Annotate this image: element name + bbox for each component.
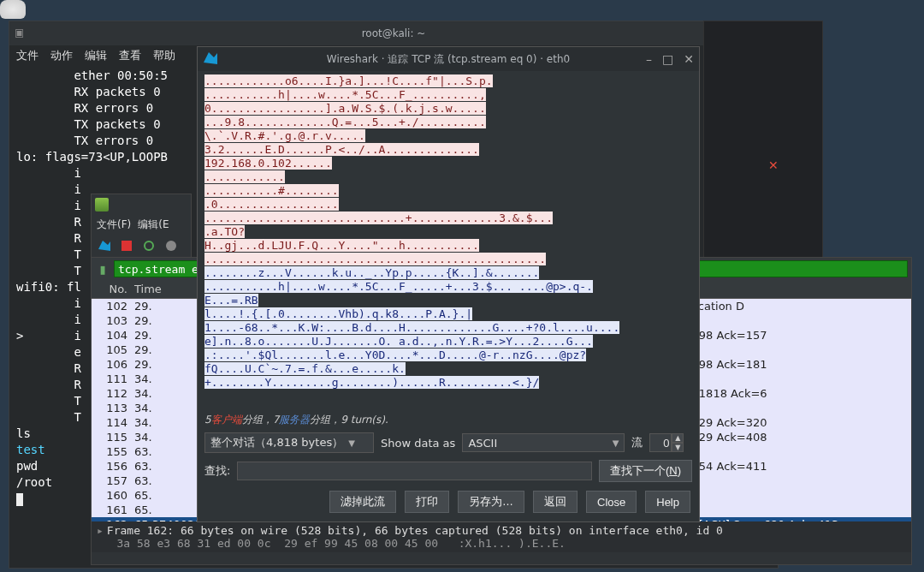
save-as-button[interactable]: 另存为… (458, 491, 524, 513)
find-next-button[interactable]: 查找下一个(N) (599, 460, 692, 482)
minimize-button[interactable]: – (646, 52, 652, 66)
terminal-titlebar: ▣ root@kali: ~ – □ ✕ (9, 21, 778, 45)
svg-point-2 (166, 241, 176, 251)
show-as-value: ASCII (468, 437, 497, 450)
editor-menubar: 文件(F) 编辑(E (92, 215, 191, 234)
stream-status: 5客户端分组，7服务器分组，9 turn(s). (198, 411, 699, 429)
editor-toolbar (92, 234, 191, 258)
follow-stream-dialog: Wireshark · 追踪 TCP 流 (tcp.stream eq 0) ·… (197, 46, 700, 522)
print-button[interactable]: 打印 (405, 491, 449, 513)
trash-icon[interactable] (0, 0, 26, 19)
menu-view[interactable]: 查看 (119, 48, 141, 63)
find-label: 查找: (204, 463, 230, 479)
spin-up-icon[interactable]: ▲ (672, 433, 684, 443)
editor-window: 文件(F) 编辑(E (91, 194, 192, 264)
editor-menu-edit[interactable]: 编辑(E (138, 217, 169, 232)
close-button[interactable]: Close (586, 491, 637, 513)
help-button[interactable]: Help (645, 491, 690, 513)
follow-window-controls: – □ ✕ (646, 52, 694, 66)
menu-edit[interactable]: 编辑 (85, 48, 107, 63)
conversation-label: 整个对话（4,818 bytes） (210, 435, 343, 450)
follow-titlebar: Wireshark · 追踪 TCP 流 (tcp.stream eq 0) ·… (198, 47, 699, 71)
wireshark-icon (203, 51, 218, 66)
col-no[interactable]: No. (92, 282, 131, 296)
editor-menu-file[interactable]: 文件(F) (97, 217, 131, 232)
maximize-button[interactable]: □ (662, 52, 673, 66)
stream-controls-row: 整个对话（4,818 bytes） ▼ Show data as ASCII ▼… (198, 429, 699, 456)
shark-icon[interactable] (95, 236, 114, 255)
menu-help[interactable]: 帮助 (153, 48, 175, 63)
svg-rect-0 (121, 241, 132, 251)
find-row: 查找: 查找下一个(N) (198, 456, 699, 486)
find-input[interactable] (237, 462, 592, 480)
follow-title: Wireshark · 追踪 TCP 流 (tcp.stream eq 0) ·… (327, 52, 570, 67)
svg-point-1 (145, 241, 153, 250)
chevron-down-icon: ▼ (348, 438, 355, 448)
editor-icon (95, 198, 109, 212)
stream-no-label: 流 (631, 435, 643, 450)
restart-icon[interactable] (139, 236, 158, 255)
menu-file[interactable]: 文件 (16, 48, 38, 63)
show-as-label: Show data as (381, 437, 455, 450)
conversation-select[interactable]: 整个对话（4,818 bytes） ▼ (204, 432, 374, 453)
close-button[interactable]: ✕ (684, 52, 694, 66)
stream-number-spinner[interactable]: ▲ ▼ (649, 433, 684, 452)
filter-out-button[interactable]: 滤掉此流 (329, 491, 396, 513)
show-as-select[interactable]: ASCII ▼ (462, 433, 625, 452)
chevron-down-icon: ▼ (613, 438, 619, 448)
editor-titlebar (92, 194, 191, 215)
dialog-buttons: 滤掉此流 打印 另存为… 返回 Close Help (198, 486, 699, 521)
menu-action[interactable]: 动作 (50, 48, 73, 63)
terminal-icon: ▣ (15, 27, 24, 39)
stop-capture-icon[interactable] (117, 236, 136, 255)
back-button[interactable]: 返回 (533, 491, 578, 513)
terminal-title: root@kali: ~ (362, 27, 426, 39)
expand-icon[interactable]: ▸ (97, 524, 104, 537)
stream-number-input[interactable] (649, 433, 672, 452)
stream-content[interactable]: ............o6....I.}a.]...!C....f"|...S… (198, 71, 699, 411)
spin-down-icon[interactable]: ▼ (672, 443, 684, 452)
packet-details[interactable]: ▸Frame 162: 66 bytes on wire (528 bits),… (92, 521, 911, 552)
close-icon[interactable]: ✕ (768, 158, 779, 172)
frame-line: Frame 162: 66 bytes on wire (528 bits), … (107, 524, 723, 537)
filter-bookmark-icon[interactable]: ▮ (95, 261, 110, 277)
options-icon[interactable] (162, 236, 181, 255)
